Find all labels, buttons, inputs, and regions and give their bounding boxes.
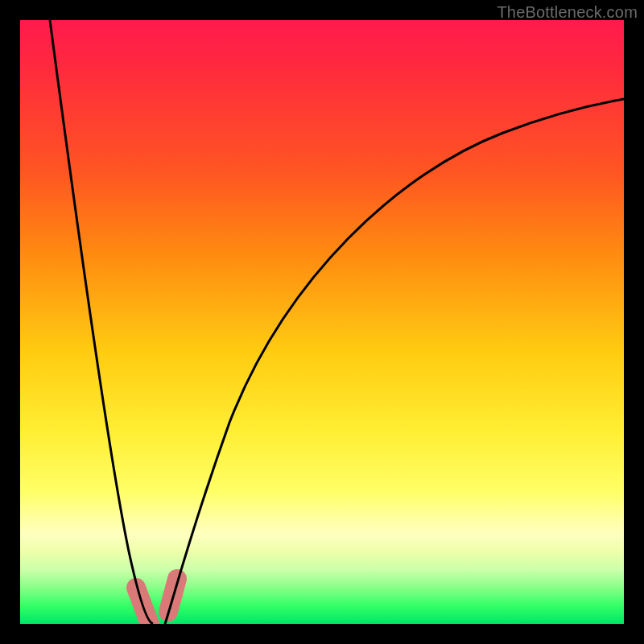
chart-svg [20, 20, 624, 624]
curve-left [50, 20, 153, 624]
curve-right [165, 99, 624, 624]
watermark-text: TheBottleneck.com [497, 3, 638, 22]
